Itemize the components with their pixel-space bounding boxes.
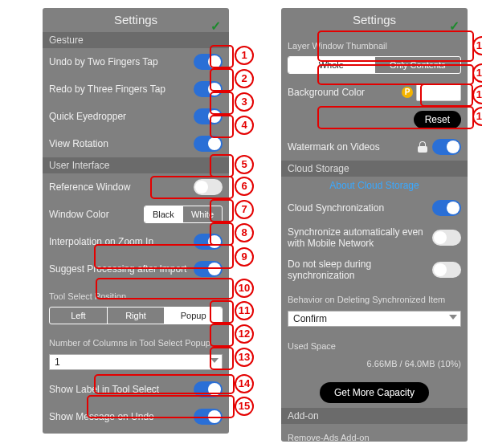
callout-num-12: 12	[235, 324, 254, 344]
label: Cloud Synchronization	[288, 202, 432, 214]
link-about-cloud[interactable]: About Cloud Storage	[281, 177, 468, 194]
toggle-interp-zoom[interactable]	[194, 234, 223, 250]
page-title: Settings	[353, 13, 396, 26]
seg-opt-right[interactable]: Right	[107, 307, 165, 324]
title-bar: Settings ✓	[281, 8, 468, 32]
label: Window Color	[49, 209, 144, 220]
label: Undo by Two Fingers Tap	[49, 56, 194, 67]
seg-opt-black[interactable]: Black	[145, 206, 182, 222]
toggle-redo-three[interactable]	[194, 81, 223, 97]
row-watermark: Watermark on Videos	[281, 133, 468, 161]
label: Suggest Processing after Import	[49, 263, 194, 275]
callout-num-11: 11	[235, 301, 254, 320]
row-num-cols: 1	[43, 352, 229, 376]
reset-button[interactable]: Reset	[414, 111, 461, 128]
label-num-cols: Number of Columns in Tool Select Popup	[43, 329, 229, 352]
select-num-cols[interactable]: 1	[49, 354, 223, 370]
settings-panel-right: Settings ✓ Layer Window Thumbnail Whole …	[281, 8, 468, 442]
select-behavior-del[interactable]: Confirm	[288, 311, 461, 327]
label: Reference Window	[49, 181, 194, 193]
label-tool-pos: Tool Select Position	[43, 283, 229, 305]
toggle-show-msg-undo[interactable]	[194, 409, 223, 425]
settings-panel-left: Settings ✓ Gesture Undo by Two Fingers T…	[43, 8, 229, 434]
callout-num-3: 3	[235, 92, 254, 112]
toggle-reference-window[interactable]	[194, 179, 223, 195]
row-show-msg-undo: Show Message on Undo	[43, 403, 229, 430]
callout-num-9: 9	[235, 247, 254, 267]
callout-num-1: 1	[235, 46, 254, 65]
row-reference-window: Reference Window	[43, 173, 229, 201]
row-suggest-import: Suggest Processing after Import	[43, 255, 229, 283]
row-undo-two: Undo by Two Fingers Tap	[43, 48, 229, 75]
select-value: 1	[55, 356, 60, 368]
toggle-no-sleep[interactable]	[432, 262, 461, 278]
title-bar: Settings ✓	[43, 8, 229, 32]
page-title: Settings	[114, 13, 157, 26]
chevron-down-icon	[449, 315, 457, 320]
callout-num-4: 4	[235, 116, 254, 135]
label: Do not sleep during synchronization	[288, 259, 432, 281]
section-addon: Add-on	[281, 408, 468, 424]
toggle-quick-eyedropper[interactable]	[194, 108, 223, 124]
toggle-show-label[interactable]	[194, 381, 223, 397]
label: Background Color	[288, 87, 402, 98]
callout-num-5: 5	[235, 155, 254, 174]
toggle-cloud-sync[interactable]	[432, 200, 461, 216]
section-ui: User Interface	[43, 157, 229, 173]
color-swatch[interactable]	[416, 83, 461, 101]
callout-num-16: 16	[472, 36, 482, 55]
premium-icon: P	[402, 87, 413, 98]
label: Redo by Three Fingers Tap	[49, 83, 194, 95]
seg-opt-white[interactable]: White	[182, 206, 222, 222]
confirm-icon[interactable]: ✓	[210, 14, 221, 39]
callout-num-13: 13	[235, 348, 254, 367]
row-cloud-sync: Cloud Synchronization	[281, 194, 468, 222]
row-window-color: Window Color Black White	[43, 201, 229, 228]
label: Synchronize automatically even with Mobi…	[288, 226, 432, 249]
label-used-space: Used Space	[281, 332, 468, 355]
get-more-button[interactable]: Get More Capacity	[320, 382, 429, 403]
row-show-label: Show Label in Tool Select	[43, 376, 229, 403]
row-reset: Reset	[281, 106, 468, 133]
row-interp-zoom: Interpolation on Zoom In	[43, 228, 229, 255]
seg-opt-popup[interactable]: Popup	[164, 307, 222, 324]
label: Show Label in Tool Select	[49, 384, 194, 395]
toggle-sync-mobile[interactable]	[432, 230, 461, 246]
callout-num-15: 15	[235, 397, 254, 416]
row-view-rotation: View Rotation	[43, 130, 229, 157]
callout-num-14: 14	[235, 374, 254, 393]
section-cloud: Cloud Storage	[281, 161, 468, 177]
label: Interpolation on Zoom In	[49, 236, 194, 247]
callout-num-18: 18	[472, 85, 482, 104]
label-behavior-del: Behavior on Deleting Synchronized Item	[281, 286, 468, 308]
callout-num-2: 2	[235, 69, 254, 88]
seg-layer-thumb-r[interactable]: Whole Only Contents	[288, 56, 461, 74]
value-used-space: 6.66MB / 64.0MB (10%)	[281, 355, 468, 377]
label: Watermark on Videos	[288, 141, 418, 153]
callout-num-10: 10	[235, 279, 254, 298]
row-bg-color: Background Color P	[281, 79, 468, 106]
select-value: Confirm	[293, 313, 327, 324]
seg-opt-left[interactable]: Left	[50, 307, 107, 324]
toggle-view-rotation[interactable]	[194, 136, 223, 152]
label-remove-ads: Remove-Ads Add-on	[281, 424, 468, 442]
section-gesture: Gesture	[43, 32, 229, 48]
callout-num-6: 6	[235, 177, 254, 196]
row-quick-eyedropper: Quick Eyedropper	[43, 103, 229, 130]
row-redo-three: Redo by Three Fingers Tap	[43, 75, 229, 103]
callout-num-19: 19	[472, 107, 482, 126]
seg-tool-pos[interactable]: Left Right Popup	[49, 307, 223, 324]
row-sync-mobile: Synchronize automatically even with Mobi…	[281, 222, 468, 254]
callout-num-17: 17	[472, 63, 482, 83]
toggle-watermark[interactable]	[432, 139, 461, 155]
row-layer-thumb-r: Whole Only Contents	[281, 55, 468, 79]
row-no-sleep: Do not sleep during synchronization	[281, 254, 468, 286]
seg-window-color[interactable]: Black White	[144, 206, 223, 223]
chevron-down-icon	[210, 358, 219, 363]
callout-num-7: 7	[235, 200, 254, 219]
toggle-suggest-import[interactable]	[194, 261, 223, 277]
seg-opt-only-contents[interactable]: Only Contents	[374, 57, 461, 73]
toggle-undo-two[interactable]	[194, 54, 223, 70]
row-get-more: Get More Capacity	[281, 377, 468, 408]
seg-opt-whole[interactable]: Whole	[288, 57, 374, 73]
